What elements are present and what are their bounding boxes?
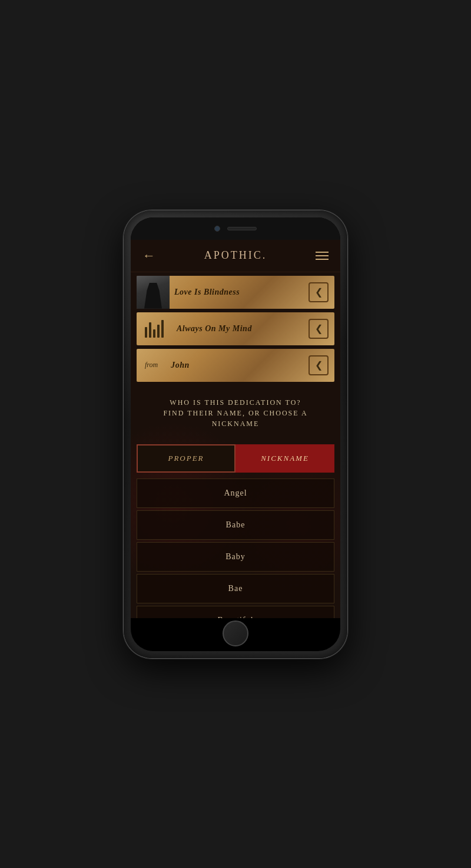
- screen-content: ← Apothic. Love Is Blindness: [131, 240, 340, 618]
- song-card-1[interactable]: Love Is Blindness ❮: [137, 276, 334, 309]
- camera-icon: [214, 226, 220, 232]
- song-chevron-3[interactable]: ❮: [309, 355, 329, 375]
- from-label: from: [137, 361, 166, 369]
- menu-button[interactable]: [313, 249, 331, 262]
- music-bar-5: [161, 320, 164, 338]
- back-button[interactable]: ←: [140, 246, 158, 266]
- phone-frame: ← Apothic. Love Is Blindness: [124, 210, 347, 658]
- music-bar-1: [145, 327, 147, 338]
- speaker-icon: [227, 227, 257, 230]
- dedication-question: WHO IS THIS DEDICATION TO? FIND THEIR NA…: [140, 397, 331, 429]
- album-art-image: [137, 276, 170, 309]
- home-button[interactable]: [223, 621, 248, 646]
- song-chevron-1[interactable]: ❮: [309, 282, 329, 302]
- nickname-item-baby[interactable]: Baby: [137, 542, 334, 572]
- nickname-item-bae[interactable]: Bae: [137, 574, 334, 603]
- song-chevron-2[interactable]: ❮: [309, 319, 329, 339]
- nickname-list: AngelBabeBabyBaeBeautifulBestieBooBoyfri…: [131, 478, 340, 618]
- song-card-3[interactable]: from John ❮: [137, 349, 334, 382]
- app-screen: ← Apothic. Love Is Blindness: [131, 240, 340, 618]
- menu-line-2: [316, 255, 329, 256]
- menu-line-3: [316, 259, 329, 260]
- phone-screen-container: ← Apothic. Love Is Blindness: [131, 217, 340, 651]
- figure-silhouette: [144, 283, 162, 309]
- nickname-item-beautiful[interactable]: Beautiful: [137, 606, 334, 618]
- music-bar-4: [157, 325, 160, 338]
- music-bar-2: [149, 322, 151, 338]
- phone-top-bar: [131, 217, 340, 240]
- song-title-3: John: [166, 361, 309, 370]
- song-title-1: Love Is Blindness: [170, 288, 309, 297]
- album-art: [137, 276, 170, 309]
- toggle-row: PROPER NICKNAME: [137, 444, 334, 473]
- music-bars-icon: [137, 320, 172, 338]
- song-title-2: Always On My Mind: [172, 324, 309, 334]
- nickname-item-angel[interactable]: Angel: [137, 478, 334, 508]
- dedication-section: WHO IS THIS DEDICATION TO? FIND THEIR NA…: [131, 385, 340, 437]
- app-header: ← Apothic.: [131, 240, 340, 272]
- music-bar-3: [153, 329, 155, 338]
- nickname-toggle-button[interactable]: NICKNAME: [236, 444, 334, 473]
- menu-line-1: [316, 252, 329, 253]
- song-card-2[interactable]: Always On My Mind ❮: [137, 312, 334, 345]
- app-title: Apothic.: [204, 249, 267, 262]
- proper-toggle-button[interactable]: PROPER: [137, 444, 236, 473]
- nickname-item-babe[interactable]: Babe: [137, 510, 334, 540]
